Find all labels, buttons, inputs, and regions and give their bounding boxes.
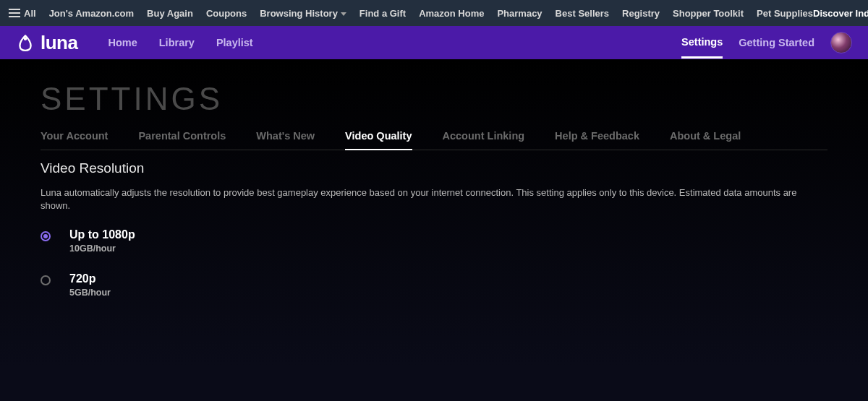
top-link-pet-supplies[interactable]: Pet Supplies: [757, 8, 813, 19]
radio-subtitle: 5GB/hour: [69, 288, 111, 298]
top-link-amazon-home[interactable]: Amazon Home: [419, 8, 484, 19]
top-link-best-sellers[interactable]: Best Sellers: [556, 8, 609, 19]
top-link-registry[interactable]: Registry: [622, 8, 660, 19]
section-title: Video Resolution: [41, 160, 827, 176]
luna-nav-right: Settings Getting Started: [681, 32, 852, 53]
avatar[interactable]: [830, 32, 852, 53]
chevron-down-icon: [341, 12, 346, 16]
radio-icon: [41, 275, 51, 285]
luna-nav-bar: luna Home Library Playlist Settings Gett…: [0, 26, 868, 59]
top-link-find-gift[interactable]: Find a Gift: [359, 8, 406, 19]
top-bar-left: All Jon's Amazon.com Buy Again Coupons B…: [9, 8, 813, 19]
settings-content: SETTINGS Your Account Parental Controls …: [0, 59, 868, 401]
radio-title: Up to 1080p: [69, 228, 135, 241]
luna-nav-left: luna Home Library Playlist: [16, 32, 253, 54]
tab-account-linking[interactable]: Account Linking: [443, 130, 525, 150]
resolution-radio-group: Up to 1080p 10GB/hour 720p 5GB/hour: [41, 228, 827, 298]
tab-whats-new[interactable]: What's New: [256, 130, 315, 150]
luna-nav-playlist[interactable]: Playlist: [216, 37, 253, 48]
page-title: SETTINGS: [41, 81, 827, 117]
hamburger-icon: [9, 9, 20, 17]
luna-logo-icon: [16, 33, 35, 52]
radio-labels: 720p 5GB/hour: [69, 272, 111, 298]
section-description: Luna automatically adjusts the resolutio…: [41, 186, 827, 212]
top-link-coupons[interactable]: Coupons: [206, 8, 247, 19]
svg-point-0: [24, 37, 27, 40]
top-link-browsing-history[interactable]: Browsing History: [260, 8, 346, 19]
luna-nav-home[interactable]: Home: [108, 37, 137, 48]
tab-help-feedback[interactable]: Help & Feedback: [555, 130, 639, 150]
top-link-buy-again[interactable]: Buy Again: [147, 8, 193, 19]
luna-nav-getting-started[interactable]: Getting Started: [739, 37, 814, 57]
luna-nav-settings[interactable]: Settings: [681, 36, 723, 59]
all-menu-button[interactable]: All: [9, 8, 36, 19]
luna-nav-library[interactable]: Library: [159, 37, 195, 48]
tab-about-legal[interactable]: About & Legal: [670, 130, 741, 150]
settings-tabs: Your Account Parental Controls What's Ne…: [41, 130, 827, 150]
radio-icon: [41, 231, 51, 241]
browsing-history-label: Browsing History: [260, 8, 338, 19]
top-link-shopper-toolkit[interactable]: Shopper Toolkit: [673, 8, 744, 19]
tab-video-quality[interactable]: Video Quality: [345, 130, 412, 150]
amazon-top-bar: All Jon's Amazon.com Buy Again Coupons B…: [0, 0, 868, 26]
top-link-discover[interactable]: Discover Indie Beauty: [813, 8, 868, 19]
luna-nav-links: Home Library Playlist: [108, 37, 252, 48]
radio-subtitle: 10GB/hour: [69, 243, 135, 254]
luna-logo-text: luna: [41, 32, 77, 54]
top-bar-right: Discover Indie Beauty: [813, 8, 868, 19]
luna-logo[interactable]: luna: [16, 32, 77, 54]
top-link-pharmacy[interactable]: Pharmacy: [497, 8, 542, 19]
top-link-account[interactable]: Jon's Amazon.com: [49, 8, 134, 19]
all-menu-label: All: [24, 8, 36, 19]
radio-labels: Up to 1080p 10GB/hour: [69, 228, 135, 254]
resolution-option-1080p[interactable]: Up to 1080p 10GB/hour: [41, 228, 827, 254]
resolution-option-720p[interactable]: 720p 5GB/hour: [41, 272, 827, 298]
tab-parental-controls[interactable]: Parental Controls: [138, 130, 226, 150]
tab-your-account[interactable]: Your Account: [41, 130, 108, 150]
radio-title: 720p: [69, 272, 111, 285]
